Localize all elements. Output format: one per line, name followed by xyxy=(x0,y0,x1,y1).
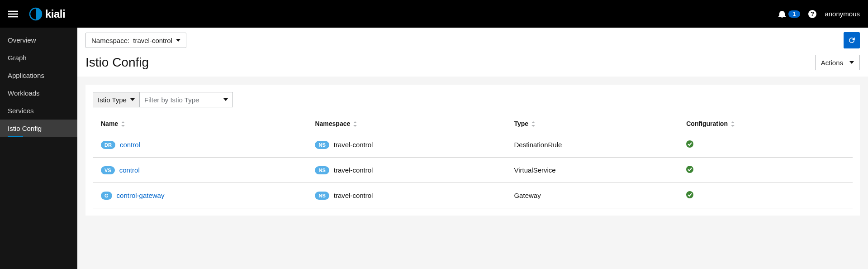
type-badge: DR xyxy=(101,141,115,149)
svg-rect-1 xyxy=(8,13,18,14)
namespace-text: travel-control xyxy=(334,192,373,199)
actions-dropdown[interactable]: Actions xyxy=(815,55,860,70)
layout: Overview Graph Applications Workloads Se… xyxy=(0,28,868,269)
sidebar-item-istio-config[interactable]: Istio Config xyxy=(0,120,77,137)
type-text: VirtualService xyxy=(514,166,555,174)
title-row: Istio Config Actions xyxy=(85,55,860,70)
config-ok-icon xyxy=(686,167,693,174)
sidebar-item-workloads[interactable]: Workloads xyxy=(0,84,77,102)
brand-text: kiali xyxy=(45,8,65,20)
sidebar-item-applications[interactable]: Applications xyxy=(0,67,77,84)
sidebar: Overview Graph Applications Workloads Se… xyxy=(0,28,77,269)
table-header: Name Namespace Type Configuration xyxy=(93,115,853,132)
user-menu[interactable]: anonymous xyxy=(825,10,860,18)
masthead-left: kiali xyxy=(8,7,65,21)
masthead-right: 1 ? anonymous xyxy=(778,10,860,18)
namespace-value: travel-control xyxy=(133,37,172,44)
caret-down-icon xyxy=(176,38,180,43)
sidebar-item-label: Overview xyxy=(8,36,36,44)
svg-text:?: ? xyxy=(811,10,814,17)
config-name-link[interactable]: control xyxy=(119,166,140,174)
brand-logo[interactable]: kiali xyxy=(29,7,65,21)
namespace-selector[interactable]: Namespace: travel-control xyxy=(85,33,186,48)
column-header-namespace[interactable]: Namespace xyxy=(307,115,506,132)
actions-label: Actions xyxy=(821,59,843,67)
svg-point-7 xyxy=(686,166,693,173)
sidebar-item-label: Graph xyxy=(8,54,27,62)
hamburger-icon xyxy=(8,9,18,19)
bell-icon xyxy=(778,10,786,18)
namespace-cell: NStravel-control xyxy=(315,192,498,200)
namespace-text: travel-control xyxy=(334,166,373,174)
menu-toggle-button[interactable] xyxy=(8,9,18,19)
svg-point-6 xyxy=(686,140,693,148)
kiali-logo-icon xyxy=(29,7,43,21)
sidebar-item-label: Workloads xyxy=(8,89,40,97)
config-name-link[interactable]: control xyxy=(120,141,140,149)
svg-point-8 xyxy=(686,191,693,198)
sort-icon xyxy=(121,121,125,127)
table-row: VScontrolNStravel-controlVirtualService xyxy=(93,158,853,183)
table-row: DRcontrolNStravel-controlDestinationRule xyxy=(93,132,853,158)
namespace-cell: NStravel-control xyxy=(315,166,498,174)
sort-icon xyxy=(531,121,536,127)
page-header: Namespace: travel-control Istio Config A… xyxy=(77,28,868,77)
namespace-badge: NS xyxy=(315,166,329,174)
namespace-badge: NS xyxy=(315,141,329,149)
sidebar-item-services[interactable]: Services xyxy=(0,102,77,120)
content-card: Istio Type Filter by Istio Type Name Nam… xyxy=(85,85,860,216)
column-header-configuration[interactable]: Configuration xyxy=(678,115,853,132)
type-text: DestinationRule xyxy=(514,141,562,149)
caret-down-icon xyxy=(223,97,228,102)
question-icon: ? xyxy=(808,10,816,18)
namespace-text: travel-control xyxy=(334,141,373,149)
notifications-button[interactable]: 1 xyxy=(778,10,801,18)
column-header-type[interactable]: Type xyxy=(506,115,678,132)
filter-toolbar: Istio Type Filter by Istio Type xyxy=(93,92,853,107)
filter-value-dropdown[interactable]: Filter by Istio Type xyxy=(140,92,233,107)
namespace-label: Namespace: xyxy=(91,37,129,44)
table-row: Gcontrol-gatewayNStravel-controlGateway xyxy=(93,183,853,208)
column-header-name[interactable]: Name xyxy=(93,115,307,132)
config-ok-icon xyxy=(686,141,693,149)
refresh-icon xyxy=(848,36,856,44)
help-button[interactable]: ? xyxy=(808,10,816,18)
svg-rect-2 xyxy=(8,16,18,17)
refresh-button[interactable] xyxy=(844,32,860,48)
type-badge: VS xyxy=(101,166,115,174)
svg-rect-0 xyxy=(8,10,18,12)
sidebar-item-graph[interactable]: Graph xyxy=(0,49,77,67)
sort-icon xyxy=(353,121,357,127)
namespace-row: Namespace: travel-control xyxy=(85,32,860,48)
filter-attribute-dropdown[interactable]: Istio Type xyxy=(93,92,140,107)
filter-value-placeholder: Filter by Istio Type xyxy=(144,96,199,104)
sidebar-item-overview[interactable]: Overview xyxy=(0,31,77,49)
config-name-link[interactable]: control-gateway xyxy=(117,192,165,199)
caret-down-icon xyxy=(849,60,854,65)
page-title: Istio Config xyxy=(85,55,149,70)
namespace-badge: NS xyxy=(315,192,329,200)
name-cell: Gcontrol-gateway xyxy=(101,192,299,200)
config-ok-icon xyxy=(686,192,693,200)
main-content: Namespace: travel-control Istio Config A… xyxy=(77,28,868,269)
type-text: Gateway xyxy=(514,192,541,199)
sidebar-item-label: Istio Config xyxy=(8,125,42,132)
namespace-cell: NStravel-control xyxy=(315,141,498,149)
istio-config-table: Name Namespace Type Configuration DRcont… xyxy=(93,115,853,208)
name-cell: DRcontrol xyxy=(101,141,299,149)
sidebar-item-label: Services xyxy=(8,107,34,115)
notification-count-badge: 1 xyxy=(788,10,801,18)
type-badge: G xyxy=(101,192,112,200)
name-cell: VScontrol xyxy=(101,166,299,174)
masthead: kiali 1 ? anonymous xyxy=(0,0,868,28)
caret-down-icon xyxy=(130,97,135,102)
filter-attribute-label: Istio Type xyxy=(98,96,127,104)
sort-icon xyxy=(730,121,735,127)
sidebar-item-label: Applications xyxy=(8,72,44,79)
